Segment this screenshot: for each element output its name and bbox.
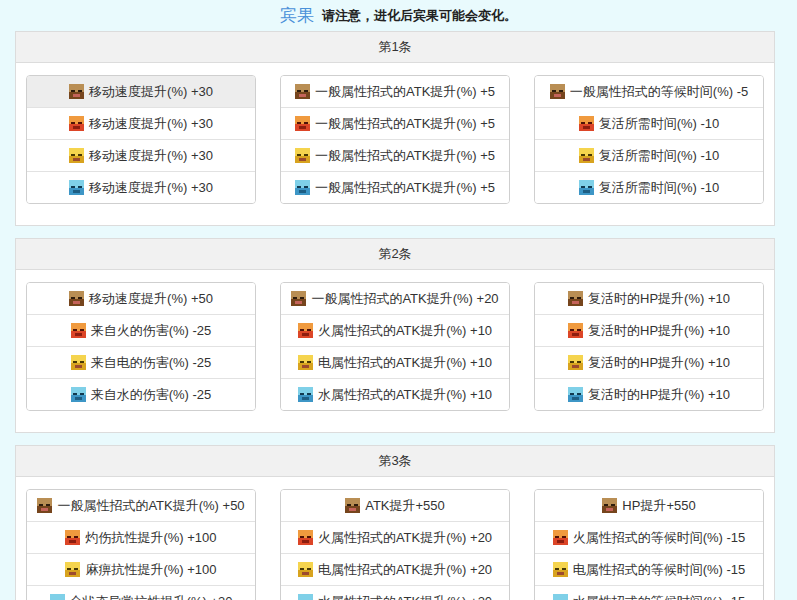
blue-face-icon: [579, 180, 594, 195]
bingo-column: 移动速度提升(%) +50 来自火的伤害(%) -25 来自电的伤害(%) -2: [26, 282, 256, 411]
bingo-column: 一般属性招式的ATK提升(%) +50 灼伤抗性提升(%) +100 麻痹抗性提: [26, 489, 256, 600]
bingo-row[interactable]: 火属性招式的ATK提升(%) +20: [281, 521, 509, 553]
bingo-row-label: 一般属性招式的ATK提升(%) +50: [57, 497, 244, 515]
yellow-face-icon: [298, 562, 313, 577]
bingo-row-label: 一般属性招式的等候时间(%) -5: [570, 83, 748, 101]
bingo-row-label: 水属性招式的ATK提升(%) +20: [318, 593, 492, 600]
bingo-row[interactable]: 复活时的HP提升(%) +10: [535, 283, 763, 314]
brown-face-icon: [345, 498, 360, 513]
bingo-row[interactable]: 来自电的伤害(%) -25: [27, 346, 255, 378]
yellow-face-icon: [65, 562, 80, 577]
bingo-row[interactable]: 一般属性招式的ATK提升(%) +5: [281, 171, 509, 203]
red-face-icon: [295, 116, 310, 131]
bingo-row-label: 移动速度提升(%) +30: [89, 115, 213, 133]
bingo-row[interactable]: 电属性招式的ATK提升(%) +10: [281, 346, 509, 378]
bingo-column: 移动速度提升(%) +30 移动速度提升(%) +30 移动速度提升(%) +3: [26, 75, 256, 204]
bingo-row[interactable]: 一般属性招式的ATK提升(%) +5: [281, 107, 509, 139]
blue-face-icon: [568, 387, 583, 402]
red-face-icon: [298, 323, 313, 338]
bingo-row[interactable]: HP提升+550: [535, 490, 763, 521]
bingo-row-label: 来自火的伤害(%) -25: [91, 322, 212, 340]
bingo-row[interactable]: 来自水的伤害(%) -25: [27, 378, 255, 410]
blue-face-icon: [50, 594, 65, 600]
bingo-row-label: 电属性招式的ATK提升(%) +20: [318, 561, 492, 579]
red-face-icon: [568, 323, 583, 338]
bingo-column: HP提升+550 火属性招式的等候时间(%) -15 电属性招式的等候时间(%): [534, 489, 764, 600]
brown-face-icon: [291, 291, 306, 306]
bingo-row[interactable]: 复活时的HP提升(%) +10: [535, 346, 763, 378]
bingo-row-label: 麻痹抗性提升(%) +100: [85, 561, 216, 579]
bingo-row[interactable]: 全状态异常抗性提升(%) +30: [27, 585, 255, 600]
bingo-row[interactable]: 一般属性招式的ATK提升(%) +50: [27, 490, 255, 521]
bingo-row[interactable]: 电属性招式的等候时间(%) -15: [535, 553, 763, 585]
bingo-row[interactable]: 移动速度提升(%) +30: [27, 107, 255, 139]
bingo-row[interactable]: 移动速度提升(%) +30: [27, 139, 255, 171]
bingo-row-label: 一般属性招式的ATK提升(%) +5: [315, 83, 495, 101]
bingo-row[interactable]: 灼伤抗性提升(%) +100: [27, 521, 255, 553]
bingo-row-label: 移动速度提升(%) +50: [89, 290, 213, 308]
bingo-row[interactable]: 移动速度提升(%) +30: [27, 76, 255, 107]
page-title-note: 请注意，进化后宾果可能会变化。: [322, 7, 517, 25]
blue-face-icon: [69, 180, 84, 195]
bingo-row-label: 火属性招式的ATK提升(%) +10: [318, 322, 492, 340]
bingo-row-label: 水属性招式的等候时间(%) -15: [573, 593, 746, 600]
bingo-section-header: 第1条: [16, 32, 774, 63]
bingo-row-label: 复活所需时间(%) -10: [599, 179, 720, 197]
bingo-row-label: HP提升+550: [622, 497, 695, 515]
bingo-row[interactable]: 一般属性招式的等候时间(%) -5: [535, 76, 763, 107]
bingo-row-label: 全状态异常抗性提升(%) +30: [70, 593, 233, 600]
bingo-section-body: 移动速度提升(%) +30 移动速度提升(%) +30 移动速度提升(%) +3: [16, 63, 774, 225]
bingo-row[interactable]: 移动速度提升(%) +30: [27, 171, 255, 203]
bingo-section-title: 第3条: [378, 452, 411, 470]
bingo-row[interactable]: 来自火的伤害(%) -25: [27, 314, 255, 346]
bingo-row[interactable]: 复活所需时间(%) -10: [535, 107, 763, 139]
bingo-section: 第1条 移动速度提升(%) +30 移动速度提升(%) +30: [15, 31, 775, 226]
bingo-row[interactable]: 麻痹抗性提升(%) +100: [27, 553, 255, 585]
bingo-row[interactable]: 复活时的HP提升(%) +10: [535, 378, 763, 410]
brown-face-icon: [37, 498, 52, 513]
red-face-icon: [71, 323, 86, 338]
bingo-row[interactable]: 火属性招式的等候时间(%) -15: [535, 521, 763, 553]
bingo-row-label: 电属性招式的ATK提升(%) +10: [318, 354, 492, 372]
red-face-icon: [579, 116, 594, 131]
yellow-face-icon: [69, 148, 84, 163]
red-face-icon: [298, 530, 313, 545]
bingo-section-title: 第1条: [378, 38, 411, 56]
bingo-row[interactable]: 一般属性招式的ATK提升(%) +5: [281, 76, 509, 107]
brown-face-icon: [568, 291, 583, 306]
bingo-column: 一般属性招式的等候时间(%) -5 复活所需时间(%) -10 复活所需时间(%: [534, 75, 764, 204]
bingo-row-label: 复活时的HP提升(%) +10: [588, 322, 730, 340]
bingo-row-label: 灼伤抗性提升(%) +100: [85, 529, 216, 547]
bingo-row-label: 一般属性招式的ATK提升(%) +5: [315, 115, 495, 133]
bingo-row[interactable]: 水属性招式的ATK提升(%) +20: [281, 585, 509, 600]
bingo-row[interactable]: 电属性招式的ATK提升(%) +20: [281, 553, 509, 585]
bingo-row[interactable]: 复活所需时间(%) -10: [535, 171, 763, 203]
red-face-icon: [69, 116, 84, 131]
bingo-row[interactable]: 火属性招式的ATK提升(%) +10: [281, 314, 509, 346]
bingo-row-label: 一般属性招式的ATK提升(%) +20: [311, 290, 498, 308]
bingo-row[interactable]: 一般属性招式的ATK提升(%) +5: [281, 139, 509, 171]
red-face-icon: [553, 530, 568, 545]
bingo-row[interactable]: 水属性招式的等候时间(%) -15: [535, 585, 763, 600]
blue-face-icon: [553, 594, 568, 600]
sections: 第1条 移动速度提升(%) +30 移动速度提升(%) +30: [0, 31, 797, 600]
brown-face-icon: [550, 84, 565, 99]
bingo-row[interactable]: 复活时的HP提升(%) +10: [535, 314, 763, 346]
bingo-section-title: 第2条: [378, 245, 411, 263]
bingo-row[interactable]: 一般属性招式的ATK提升(%) +20: [281, 283, 509, 314]
bingo-row-label: 复活时的HP提升(%) +10: [588, 290, 730, 308]
bingo-row[interactable]: 复活所需时间(%) -10: [535, 139, 763, 171]
bingo-row-label: 一般属性招式的ATK提升(%) +5: [315, 147, 495, 165]
bingo-column: 复活时的HP提升(%) +10 复活时的HP提升(%) +10 复活时的HP提升: [534, 282, 764, 411]
bingo-row[interactable]: 移动速度提升(%) +50: [27, 283, 255, 314]
bingo-row-label: 复活所需时间(%) -10: [599, 147, 720, 165]
bingo-section-header: 第3条: [16, 446, 774, 477]
bingo-row-label: 来自电的伤害(%) -25: [91, 354, 212, 372]
bingo-section: 第2条 移动速度提升(%) +50 来自火的伤害(%) -25: [15, 238, 775, 433]
bingo-row-label: 移动速度提升(%) +30: [89, 147, 213, 165]
bingo-column: 一般属性招式的ATK提升(%) +5 一般属性招式的ATK提升(%) +5 一般: [280, 75, 510, 204]
bingo-row-label: 复活时的HP提升(%) +10: [588, 354, 730, 372]
bingo-row-label: 火属性招式的ATK提升(%) +20: [318, 529, 492, 547]
bingo-row[interactable]: 水属性招式的ATK提升(%) +10: [281, 378, 509, 410]
bingo-row[interactable]: ATK提升+550: [281, 490, 509, 521]
